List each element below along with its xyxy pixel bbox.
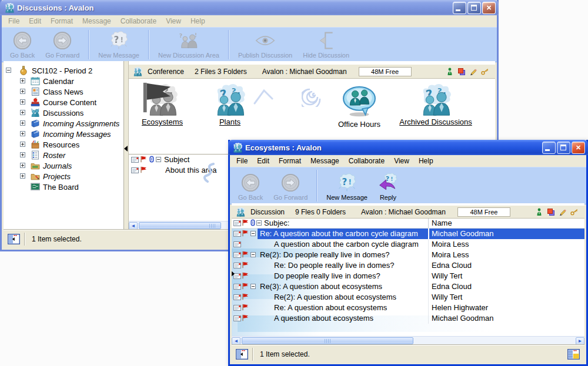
- tree-expander-icon[interactable]: [20, 78, 25, 83]
- message-row[interactable]: A question about ecosystems Michael Good…: [232, 313, 584, 324]
- new-discussion-area-icon: [179, 31, 199, 50]
- tree-expander-icon[interactable]: [20, 152, 25, 157]
- layout-icon[interactable]: [567, 349, 580, 360]
- collapse-thread-icon[interactable]: [250, 284, 256, 289]
- toolbar-button[interactable]: Reply: [373, 167, 403, 204]
- toolbar-button[interactable]: New Message: [321, 167, 373, 204]
- titlebar[interactable]: Ecosystems : Avalon: [228, 140, 588, 155]
- toolbar-button[interactable]: Hide Discussion: [298, 28, 355, 62]
- message-row[interactable]: Do people really live in domes? Willy Te…: [232, 271, 584, 281]
- tree-item[interactable]: Roster: [4, 150, 123, 160]
- person-green-icon[interactable]: [535, 208, 543, 216]
- toolbar-button[interactable]: New Message: [93, 28, 145, 62]
- menu-item[interactable]: Edit: [24, 16, 46, 26]
- panel-toggle-icon[interactable]: [8, 234, 20, 244]
- scroll-left-button[interactable]: [232, 337, 240, 345]
- tree-item[interactable]: Course Content: [4, 97, 123, 108]
- menu-item[interactable]: Message: [306, 156, 344, 166]
- go-back-icon: [240, 173, 260, 192]
- subject-column-header[interactable]: Subject: [164, 155, 189, 164]
- message-row[interactable]: Re(2): Do people really live in domes? M…: [232, 250, 584, 260]
- menu-item[interactable]: Edit: [252, 156, 274, 166]
- tree-expander-icon[interactable]: [20, 110, 25, 115]
- discussion-people-icon: [416, 82, 455, 116]
- maximize-button[interactable]: [557, 142, 570, 154]
- tree-item-label: Resources: [43, 140, 79, 149]
- conference-item[interactable]: Office Hours: [315, 85, 403, 129]
- layers-icon[interactable]: [457, 68, 466, 76]
- tree-item[interactable]: Calendar: [4, 76, 123, 86]
- message-row[interactable]: A question about the carbon cycle diagra…: [232, 239, 584, 250]
- tree-item[interactable]: Incoming Assignments: [4, 118, 123, 129]
- toolbar-button[interactable]: Go Forward: [268, 167, 313, 204]
- tree-item[interactable]: Incoming Messages: [4, 129, 123, 139]
- tree-expander-icon[interactable]: [20, 173, 25, 179]
- key-pencil-icon[interactable]: [481, 68, 489, 76]
- toolbar-button[interactable]: Go Back: [233, 167, 268, 204]
- key-pencil-icon[interactable]: [570, 208, 579, 216]
- tree-expander-icon[interactable]: [20, 99, 25, 105]
- tree-expander-icon[interactable]: [20, 120, 25, 126]
- close-button[interactable]: [572, 142, 585, 154]
- tree-expander-icon[interactable]: [6, 68, 11, 73]
- splitter-collapse-arrow[interactable]: [124, 146, 128, 152]
- message-row[interactable]: Re: A question about ecosystems Helen Hi…: [232, 303, 584, 313]
- conference-item[interactable]: Plants: [186, 82, 274, 126]
- minimize-button[interactable]: [453, 2, 466, 14]
- column-divider[interactable]: [428, 219, 429, 228]
- scrollbar-thumb[interactable]: [242, 337, 413, 344]
- subject-column-header[interactable]: Subjec:: [264, 219, 289, 227]
- tree-item[interactable]: SCI102 - Period 2: [4, 65, 123, 76]
- scroll-left-button[interactable]: [129, 222, 138, 230]
- toolbar-button[interactable]: Go Back: [5, 28, 40, 62]
- menu-item[interactable]: File: [232, 156, 252, 166]
- maximize-button[interactable]: [467, 2, 481, 14]
- menu-item[interactable]: Format: [274, 156, 306, 166]
- tree-item[interactable]: Discussions: [4, 108, 123, 118]
- pencil-icon[interactable]: [469, 68, 477, 76]
- tree-item[interactable]: Class News: [4, 86, 123, 97]
- pencil-icon[interactable]: [559, 208, 567, 216]
- toolbar-button[interactable]: Go Forward: [40, 28, 85, 62]
- collapse-thread-icon[interactable]: [250, 231, 256, 236]
- collapse-thread-icon[interactable]: [250, 252, 256, 257]
- conference-item[interactable]: Archived Discussions: [392, 82, 480, 126]
- message-row[interactable]: Re: A question about the carbon cycle di…: [232, 229, 584, 239]
- splitter-collapse-arrow[interactable]: [232, 271, 238, 277]
- tree-expander-icon[interactable]: [20, 163, 25, 168]
- close-button[interactable]: [482, 2, 496, 14]
- tree-item[interactable]: Projects: [4, 171, 123, 182]
- message-row[interactable]: Re: Do people really live in domes? Edna…: [232, 260, 584, 271]
- name-column-header[interactable]: Name: [432, 219, 452, 227]
- person-green-icon[interactable]: [446, 68, 454, 76]
- tree-expander-icon[interactable]: [20, 131, 25, 136]
- panel-toggle-icon[interactable]: [236, 349, 248, 360]
- menu-item[interactable]: View: [161, 16, 186, 26]
- message-row[interactable]: Re(2): A question about ecosystems Willy…: [232, 292, 584, 303]
- menu-item[interactable]: Format: [46, 16, 78, 26]
- menu-item[interactable]: View: [389, 156, 414, 166]
- collapse-all-icon[interactable]: [156, 157, 161, 162]
- tree-expander-icon[interactable]: [20, 89, 25, 94]
- tree-item[interactable]: Journals: [4, 160, 123, 171]
- tree-expander-icon[interactable]: [20, 142, 25, 147]
- titlebar[interactable]: Discussions : Avalon: [0, 0, 499, 15]
- menu-item[interactable]: Help: [186, 16, 210, 26]
- minimize-button[interactable]: [542, 142, 556, 154]
- tree-item[interactable]: The Board: [4, 182, 123, 192]
- horizontal-scrollbar[interactable]: [232, 336, 584, 345]
- menu-item[interactable]: Collaborate: [344, 156, 389, 166]
- name-cell: Michael Goodman: [432, 229, 494, 238]
- message-row[interactable]: Re(3): A question about ecosystems Edna …: [232, 281, 584, 292]
- menu-item[interactable]: Help: [414, 156, 438, 166]
- menu-item[interactable]: Collaborate: [116, 16, 161, 26]
- toolbar-button[interactable]: Publish Discussion: [233, 28, 298, 62]
- scroll-right-button[interactable]: [576, 337, 584, 345]
- menu-item[interactable]: Message: [78, 16, 116, 26]
- menu-item[interactable]: File: [4, 16, 24, 26]
- tree-item[interactable]: Resources: [4, 139, 123, 150]
- scrollbar-thumb[interactable]: [139, 222, 221, 229]
- layers-icon[interactable]: [547, 208, 555, 216]
- collapse-all-icon[interactable]: [256, 220, 262, 226]
- toolbar-button[interactable]: New Discussion Area: [153, 28, 225, 62]
